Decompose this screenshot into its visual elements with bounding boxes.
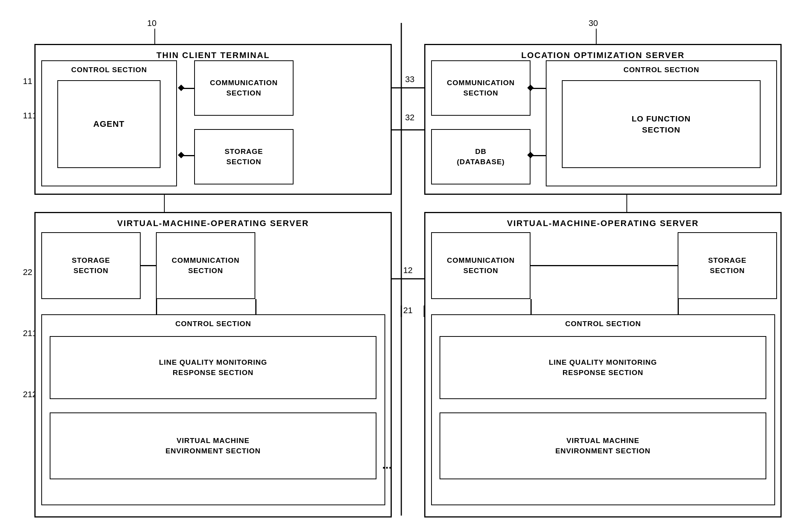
comm-section-vmos-left-box: COMMUNICATION SECTION (156, 232, 255, 299)
storage-section-vmos-right-label: STORAGE SECTION (708, 255, 747, 276)
line-los-db (529, 155, 546, 156)
vmos-right-label: VIRTUAL-MACHINE-OPERATING SERVER (507, 218, 699, 230)
comm-section-vmos-left-label: COMMUNICATION SECTION (172, 255, 239, 276)
line-tct-comm (181, 88, 194, 89)
lqmrs-left-box: LINE QUALITY MONITORING RESPONSE SECTION (50, 336, 376, 399)
ref-30: 30 (589, 18, 598, 28)
storage-section-tct-box: STORAGE SECTION (194, 129, 294, 184)
line-storage-comm-left (141, 265, 156, 266)
control-section-tct-box: CONTROL SECTION AGENT (41, 60, 177, 186)
line-los-comm (529, 88, 546, 89)
storage-section-vmos-right-box: STORAGE SECTION (678, 232, 777, 299)
agent-label: AGENT (93, 118, 125, 130)
thin-client-terminal-label: THIN CLIENT TERMINAL (156, 50, 270, 61)
vmos-left-label: VIRTUAL-MACHINE-OPERATING SERVER (117, 218, 309, 230)
control-section-vmos-left-label: CONTROL SECTION (175, 320, 251, 328)
storage-section-vmos-left-box: STORAGE SECTION (41, 232, 141, 299)
ref-11: 11 (23, 76, 32, 86)
lo-function-label: LO FUNCTION SECTION (632, 113, 691, 136)
control-section-vmos-right-label: CONTROL SECTION (565, 320, 641, 328)
control-section-vmos-right-box: CONTROL SECTION LINE QUALITY MONITORING … (431, 314, 775, 505)
comm-section-tct-label: COMMUNICATION SECTION (210, 78, 277, 98)
vmes-right-box: VIRTUAL MACHINE ENVIRONMENT SECTION (440, 412, 766, 479)
ref-21-right: 21 (403, 306, 412, 315)
ref-10: 10 (147, 18, 156, 28)
location-optimization-server-label: LOCATION OPTIMIZATION SERVER (521, 50, 685, 61)
ref-32: 32 (405, 113, 414, 123)
comm-section-los-label: COMMUNICATION SECTION (447, 78, 514, 98)
ref-12-mid: 12 (403, 265, 412, 275)
comm-section-los-box: COMMUNICATION SECTION (431, 60, 530, 116)
line-comm-storage-right (530, 265, 678, 266)
thin-client-terminal-box: THIN CLIENT TERMINAL CONTROL SECTION AGE… (34, 44, 392, 195)
agent-box: AGENT (57, 80, 161, 168)
lqmrs-left-label: LINE QUALITY MONITORING RESPONSE SECTION (159, 357, 267, 378)
ref-22-left: 22 (23, 267, 32, 277)
vert-conn-right-2 (678, 299, 679, 314)
vmes-right-label: VIRTUAL MACHINE ENVIRONMENT SECTION (555, 436, 651, 456)
comm-section-vmos-right-box: COMMUNICATION SECTION (431, 232, 530, 299)
vmes-left-box: VIRTUAL MACHINE ENVIRONMENT SECTION (50, 412, 376, 479)
diagram-container: 10 30 11 111 12 13 31 311 33 32 20-1 20-… (0, 0, 803, 532)
db-database-box: DB (DATABASE) (431, 129, 530, 184)
control-section-tct-label: CONTROL SECTION (71, 66, 147, 74)
dots-label: ... (382, 458, 392, 471)
comm-section-tct-box: COMMUNICATION SECTION (194, 60, 294, 116)
vert-conn-right-1 (530, 299, 532, 314)
vert-conn-left-1 (156, 299, 157, 314)
storage-section-tct-label: STORAGE SECTION (225, 147, 263, 167)
storage-section-vmos-left-label: STORAGE SECTION (72, 255, 110, 276)
control-section-los-label: CONTROL SECTION (623, 66, 699, 74)
ref-33: 33 (405, 74, 414, 84)
lo-function-box: LO FUNCTION SECTION (562, 80, 761, 168)
db-database-label: DB (DATABASE) (457, 147, 505, 167)
lqmrs-right-box: LINE QUALITY MONITORING RESPONSE SECTION (440, 336, 766, 399)
vmos-left-box: VIRTUAL-MACHINE-OPERATING SERVER STORAGE… (34, 212, 392, 517)
control-section-vmos-left-box: CONTROL SECTION LINE QUALITY MONITORING … (41, 314, 385, 505)
location-optimization-server-box: LOCATION OPTIMIZATION SERVER COMMUNICATI… (424, 44, 782, 195)
comm-section-vmos-right-label: COMMUNICATION SECTION (447, 255, 514, 276)
control-section-los-box: CONTROL SECTION LO FUNCTION SECTION (546, 60, 777, 186)
lqmrs-right-label: LINE QUALITY MONITORING RESPONSE SECTION (549, 357, 657, 378)
vmes-left-label: VIRTUAL MACHINE ENVIRONMENT SECTION (165, 436, 261, 456)
vert-conn-left-2 (255, 299, 256, 314)
line-tct-storage (181, 155, 194, 156)
vmos-right-box: VIRTUAL-MACHINE-OPERATING SERVER COMMUNI… (424, 212, 782, 517)
